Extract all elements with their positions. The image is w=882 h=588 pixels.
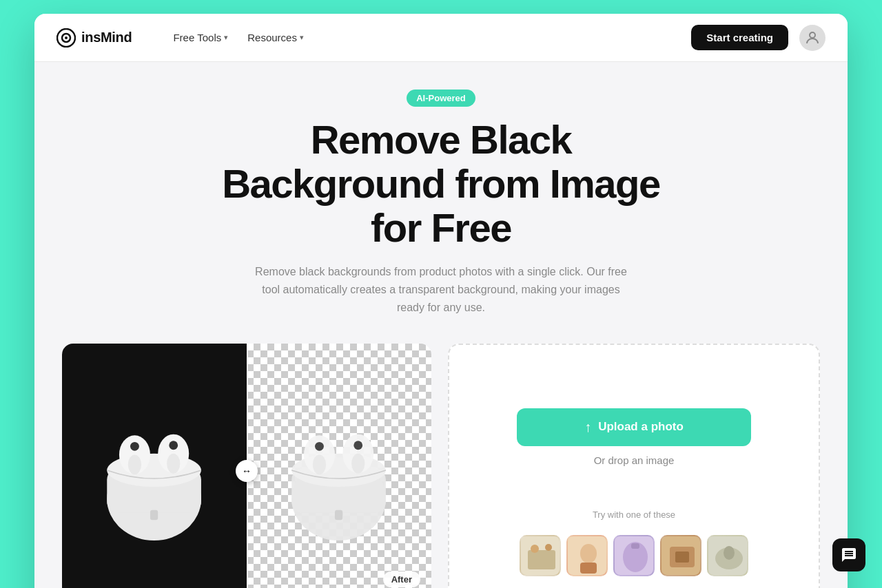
upload-button[interactable]: ↑ Upload a photo	[517, 408, 751, 446]
navbar: insMind Free Tools ▾ Resources ▾ Start c…	[34, 14, 848, 62]
chevron-down-icon: ▾	[224, 33, 228, 42]
try-label: Try with one of these	[593, 510, 675, 520]
start-creating-button[interactable]: Start creating	[691, 25, 788, 50]
sample-images	[520, 535, 748, 576]
sample-thumb-4[interactable]	[660, 535, 701, 576]
ai-badge: AI-Powered	[407, 90, 475, 107]
logo[interactable]: insMind	[57, 28, 132, 48]
drop-text: Or drop an image	[594, 454, 675, 466]
svg-point-12	[167, 453, 180, 473]
svg-point-19	[313, 454, 326, 474]
airpods-transparent	[256, 357, 422, 586]
demo-area: ↔ After ↑ Upload a photo Or drop an imag…	[62, 344, 820, 588]
svg-point-39	[724, 546, 735, 560]
svg-point-26	[531, 545, 539, 553]
svg-point-21	[354, 441, 363, 450]
svg-rect-30	[580, 563, 597, 574]
after-side	[247, 344, 431, 588]
chat-button[interactable]	[832, 538, 865, 571]
svg-point-22	[351, 453, 365, 473]
divider-handle[interactable]: ↔	[236, 460, 258, 482]
nav-resources[interactable]: Resources ▾	[239, 26, 312, 49]
hero-subtitle: Remove black backgrounds from product ph…	[255, 263, 627, 316]
sample-thumb-3[interactable]	[613, 535, 655, 576]
hero-title: Remove Black Background from Image for F…	[62, 118, 820, 249]
sample-thumb-1[interactable]	[520, 535, 561, 576]
logo-text: insMind	[81, 30, 132, 45]
upload-icon: ↑	[584, 419, 591, 435]
after-label: After	[383, 571, 420, 587]
logo-icon	[57, 28, 76, 48]
chevron-down-icon: ▾	[300, 33, 304, 42]
before-side	[62, 344, 247, 588]
avatar[interactable]	[799, 25, 825, 51]
svg-rect-23	[335, 510, 342, 519]
svg-point-11	[170, 441, 178, 450]
svg-point-29	[580, 544, 597, 563]
main-content: AI-Powered Remove Black Background from …	[34, 62, 848, 588]
before-after-demo: ↔ After	[62, 344, 431, 588]
nav-right: Start creating	[691, 25, 825, 51]
svg-rect-33	[631, 543, 639, 549]
svg-point-27	[545, 544, 552, 551]
svg-point-2	[65, 36, 68, 39]
airpods-image	[71, 357, 237, 586]
chat-icon	[841, 547, 857, 563]
sample-thumb-5[interactable]	[707, 535, 748, 576]
nav-links: Free Tools ▾ Resources ▾	[165, 26, 669, 49]
svg-rect-25	[528, 550, 555, 569]
svg-point-18	[315, 442, 324, 451]
svg-rect-36	[675, 552, 689, 563]
sample-thumb-2[interactable]	[566, 535, 608, 576]
nav-free-tools[interactable]: Free Tools ▾	[165, 26, 236, 49]
upload-panel: ↑ Upload a photo Or drop an image Try wi…	[448, 344, 820, 588]
svg-point-3	[810, 32, 815, 38]
svg-point-9	[128, 454, 141, 474]
svg-rect-13	[150, 510, 158, 519]
svg-point-8	[130, 442, 139, 451]
hero-section: AI-Powered Remove Black Background from …	[62, 90, 820, 316]
